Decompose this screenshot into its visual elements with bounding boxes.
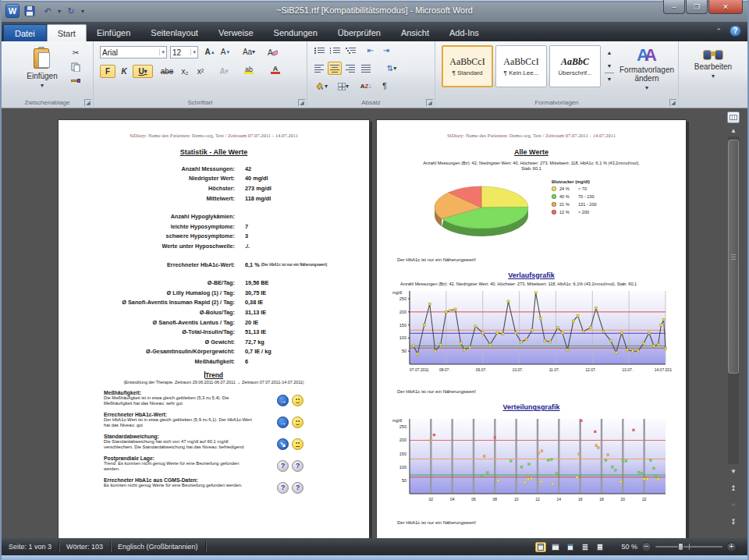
editing-button[interactable]: Bearbeiten ▾ (690, 44, 737, 80)
language-indicator[interactable]: Englisch (Großbritannien) (111, 541, 206, 552)
scrollbar-thumb[interactable] (728, 140, 739, 374)
style-item[interactable]: AaBbCcI¶ Standard (442, 45, 493, 87)
zoom-slider[interactable] (655, 546, 722, 548)
line-spacing-icon[interactable]: ⇅▾ (382, 62, 401, 75)
copy-icon[interactable] (69, 60, 83, 73)
multilevel-list-icon[interactable] (343, 44, 357, 57)
tab-einfügen[interactable]: Einfügen (87, 24, 140, 41)
text-effects-icon[interactable]: A▾ (217, 65, 231, 78)
stat-gap (59, 269, 369, 278)
borders-icon[interactable]: ▾ (334, 80, 353, 93)
styles-dialog-launcher-icon[interactable]: ◢ (669, 99, 676, 106)
help-icon[interactable]: ? (729, 25, 741, 37)
verteilungsgrafik-title: Verteilungsgrafik (377, 403, 686, 411)
align-left-icon[interactable] (312, 62, 326, 75)
shrink-font-icon[interactable]: A▼ (218, 45, 233, 58)
format-painter-icon[interactable] (69, 74, 83, 87)
bold-button[interactable]: F (100, 65, 115, 78)
change-case-icon[interactable]: Aa▾ (239, 45, 259, 58)
tab-start[interactable]: Start (47, 24, 87, 41)
minimize-button[interactable]: ‒ (663, 0, 685, 14)
vertical-scrollbar[interactable]: ▲ ▼ ▲▲ ○ ▼▼ (725, 108, 742, 538)
stat-value: 7 (235, 223, 248, 230)
style-item[interactable]: AaBbCcI¶ Kein Lee... (495, 45, 547, 87)
show-paragraph-marks-icon[interactable]: ¶ (378, 80, 392, 93)
stat-value: 3 (235, 232, 248, 239)
grow-font-icon[interactable]: A▲ (203, 45, 217, 58)
tab-verweise[interactable]: Verweise (208, 24, 264, 41)
style-item[interactable]: AaBbCÜberschrif... (549, 45, 601, 87)
zoom-out-icon[interactable]: − (641, 542, 651, 552)
previous-page-icon[interactable]: ▲▲ (727, 481, 740, 493)
document-page-2[interactable]: SiDiary: Name des Patienten: Demo-org, T… (376, 119, 687, 538)
increase-indent-icon[interactable]: ⇥ (379, 44, 393, 57)
styles-scroll-down-icon[interactable]: ▼ (604, 59, 615, 72)
svg-text:20: 20 (621, 497, 626, 502)
zoom-level[interactable]: 50 % (621, 543, 637, 551)
tab-sendungen[interactable]: Sendungen (264, 24, 328, 41)
trend-item: Standardabweichung:Die Standardabweichun… (104, 434, 322, 450)
draft-view-icon[interactable] (595, 542, 605, 552)
tab-ansicht[interactable]: Ansicht (391, 24, 439, 41)
paragraph-dialog-launcher-icon[interactable]: ◢ (426, 99, 433, 106)
change-styles-button[interactable]: AA Formatvorlagen ändern ▾ (618, 43, 676, 92)
shading-icon[interactable]: ▾ (312, 80, 331, 93)
stat-value: 42 (235, 165, 251, 172)
title-bar: W ↶ ▾ ↻ ▾ ~SiB251.rtf [Kompatibilitätsmo… (2, 0, 747, 22)
font-dialog-launcher-icon[interactable]: ◢ (298, 99, 305, 106)
justify-icon[interactable] (359, 62, 373, 75)
underline-button[interactable]: U▾ (133, 65, 153, 78)
scroll-up-icon[interactable]: ▲ (727, 125, 740, 136)
scroll-down-icon[interactable]: ▼ (727, 466, 740, 477)
numbered-list-icon[interactable] (328, 44, 342, 57)
decrease-indent-icon[interactable]: ⇤ (364, 44, 378, 57)
bullet-list-icon[interactable] (312, 44, 326, 57)
ribbon-collapse-icon[interactable]: ⌃ (715, 27, 722, 35)
fullscreen-reading-view-icon[interactable] (550, 542, 561, 552)
tab-add-ins[interactable]: Add-Ins (439, 24, 489, 41)
stat-label: Errechneter HbA1c-Wert: (59, 261, 235, 268)
tab-seitenlayout[interactable]: Seitenlayout (140, 24, 208, 41)
outline-view-icon[interactable] (580, 542, 591, 552)
subscript-icon[interactable]: x₂ (178, 65, 192, 78)
highlight-color-icon[interactable]: ab (239, 63, 259, 76)
svg-text:08.07.: 08.07. (439, 367, 450, 372)
close-button[interactable]: ✕ (708, 0, 743, 14)
font-name-combo[interactable]: Arial▾ (100, 46, 167, 58)
hba1c-note: Der HbA1c ist nur ein Näherungswert! (397, 257, 686, 262)
stat-value: 72,7 kg (235, 338, 264, 346)
web-layout-view-icon[interactable] (565, 542, 576, 552)
word-count[interactable]: Wörter: 103 (59, 541, 111, 552)
align-center-icon[interactable] (328, 62, 342, 75)
stat-row: Errechneter HbA1c-Wert:6,1 %(Der HbA1c i… (59, 260, 369, 270)
ruler-toggle-icon[interactable] (727, 112, 740, 123)
clear-formatting-icon[interactable]: A (265, 45, 279, 58)
select-browse-object-icon[interactable]: ○ (727, 498, 740, 510)
next-page-icon[interactable]: ▼▼ (727, 516, 740, 527)
font-color-icon[interactable]: A (265, 63, 286, 76)
zoom-slider-thumb[interactable] (678, 543, 683, 551)
cut-icon[interactable]: ✂ (69, 46, 83, 59)
svg-text:06: 06 (471, 497, 476, 502)
strikethrough-icon[interactable]: abe (158, 65, 176, 78)
styles-more-icon[interactable]: ▼ (604, 73, 615, 85)
svg-text:10.07.: 10.07. (513, 367, 524, 372)
sort-icon[interactable]: AZ↓ (357, 80, 374, 93)
align-right-icon[interactable] (343, 62, 357, 75)
maximize-button[interactable]: ❐ (686, 0, 708, 14)
print-layout-view-icon[interactable] (535, 542, 546, 552)
superscript-icon[interactable]: x² (193, 65, 208, 78)
stat-row: leichte Hyposymptome:7 (59, 222, 369, 232)
italic-button[interactable]: K (117, 65, 131, 78)
styles-scroll-up-icon[interactable]: ▲ (604, 46, 615, 58)
trend-subtitle: (Entwicklung der Therapie, Zeitraum 29.0… (59, 380, 369, 385)
clipboard-dialog-launcher-icon[interactable]: ◢ (84, 99, 91, 106)
page-indicator[interactable]: Seite: 1 von 3 (2, 541, 59, 552)
tab-überprüfen[interactable]: Überprüfen (328, 24, 391, 41)
file-tab[interactable]: Datei (3, 24, 47, 41)
document-area[interactable]: SiDiary: Name des Patienten: Demo-org, T… (2, 108, 747, 538)
zoom-in-icon[interactable]: + (726, 542, 737, 552)
font-size-combo[interactable]: 12▾ (170, 46, 198, 58)
document-page-1[interactable]: SiDiary: Name des Patienten: Demo-org, T… (58, 119, 370, 538)
paste-button[interactable]: Einfügen ▾ (22, 43, 62, 90)
